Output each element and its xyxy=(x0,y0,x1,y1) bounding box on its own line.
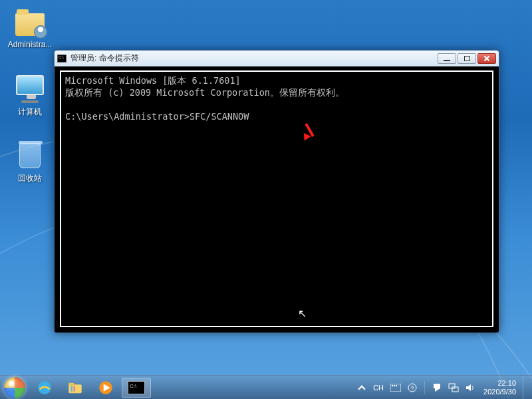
desktop-icon-administrator[interactable]: Administra... xyxy=(5,7,55,49)
console-output[interactable]: Microsoft Windows [版本 6.1.7601] 版权所有 (c)… xyxy=(60,70,493,327)
close-button[interactable] xyxy=(477,53,496,64)
tray-date: 2020/9/30 xyxy=(483,388,516,396)
svg-rect-3 xyxy=(71,386,72,391)
tray-ime[interactable]: CH xyxy=(371,376,386,399)
tray-help-icon[interactable]: ? xyxy=(406,376,419,399)
svg-rect-7 xyxy=(390,384,401,392)
desktop-icon-label: Administra... xyxy=(5,40,55,49)
tray-network-icon[interactable] xyxy=(446,376,461,399)
svg-text:?: ? xyxy=(411,385,414,392)
desktop-icon-computer[interactable]: 计算机 xyxy=(5,73,55,118)
window-title: 管理员: 命令提示符 xyxy=(70,53,438,64)
recycle-bin-icon xyxy=(14,140,46,172)
svg-rect-4 xyxy=(74,386,75,391)
tray-time: 22:10 xyxy=(483,379,516,388)
start-button[interactable] xyxy=(0,376,29,400)
show-desktop-button[interactable] xyxy=(523,376,529,400)
cmd-icon xyxy=(57,55,66,63)
taskbar-pin-ie[interactable] xyxy=(30,378,59,398)
tray-keyboard-icon[interactable] xyxy=(388,376,403,399)
command-prompt-window: 管理员: 命令提示符 Microsoft Windows [版本 6.1.760… xyxy=(54,50,499,333)
svg-rect-9 xyxy=(394,385,395,386)
tray-volume-icon[interactable] xyxy=(464,376,477,399)
svg-rect-8 xyxy=(392,385,393,386)
titlebar[interactable]: 管理员: 命令提示符 xyxy=(55,51,499,66)
svg-marker-15 xyxy=(466,384,471,391)
desktop-icon-recycle-bin[interactable]: 回收站 xyxy=(5,140,55,184)
chevron-up-icon xyxy=(357,383,366,392)
windows-orb-icon xyxy=(4,377,25,398)
folder-user-icon xyxy=(14,7,46,39)
svg-rect-2 xyxy=(68,382,74,385)
desktop-icon-label: 回收站 xyxy=(5,173,55,184)
tray-action-center-icon[interactable] xyxy=(430,376,444,399)
taskbar-item-cmd[interactable] xyxy=(122,378,151,398)
maximize-button[interactable] xyxy=(458,53,476,64)
taskbar-pin-media-player[interactable] xyxy=(91,378,120,398)
svg-rect-10 xyxy=(396,385,397,386)
media-player-icon xyxy=(97,379,114,396)
desktop-icon-label: 计算机 xyxy=(5,106,55,118)
ie-icon xyxy=(36,379,53,396)
minimize-button[interactable] xyxy=(438,53,456,64)
tray-show-hidden[interactable] xyxy=(355,376,368,399)
folder-icon xyxy=(66,379,84,396)
taskbar-pin-explorer[interactable] xyxy=(61,378,90,398)
computer-icon xyxy=(14,73,46,105)
cmd-icon xyxy=(128,381,145,394)
taskbar: CH ? 22:10 2020/9/30 xyxy=(0,375,532,399)
tray-clock[interactable]: 22:10 2020/9/30 xyxy=(479,379,520,396)
